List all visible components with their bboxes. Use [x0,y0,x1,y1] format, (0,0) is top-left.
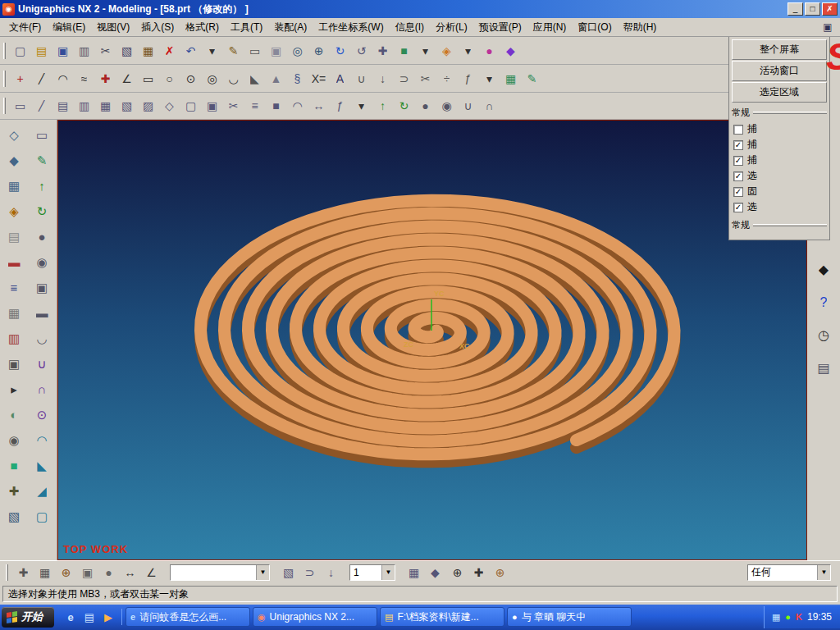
divide-curve-icon[interactable]: ÷ [436,69,457,89]
notes-icon[interactable]: ▤ [813,358,835,379]
sketch-tool-icon[interactable]: ✎ [30,148,53,173]
menu-window[interactable]: 窗口(O) [572,18,617,37]
n-sided-surface-icon[interactable]: ◇ [159,96,180,116]
start-button[interactable]: 开始 [2,607,54,628]
selected-region-button[interactable]: 选定区域 [732,82,827,103]
eraser-icon[interactable]: ▬ [2,249,25,275]
role-icon[interactable]: ◆ [425,563,445,582]
tools-icon[interactable]: ✚ [2,478,25,504]
paperclip-icon[interactable]: ⊃ [299,563,320,582]
display-shaded-icon[interactable]: ◆ [2,148,25,173]
graphics-window[interactable]: YC XC ZC TOP WORK [57,120,807,560]
curve-dropdown-arrow[interactable]: ▾ [479,69,500,89]
revolve-icon[interactable]: ↻ [394,96,414,116]
subtract-tool-icon[interactable]: ∩ [30,377,53,402]
sketch-icon[interactable]: ✎ [522,69,542,89]
line-icon[interactable]: ╱ [31,69,52,89]
checkbox[interactable]: ✓ [733,187,743,197]
grid-display-icon[interactable]: ▦ [2,300,25,326]
arc-bottom-icon[interactable]: ◡ [223,69,244,89]
clock[interactable]: 19:35 [807,611,832,623]
text-icon[interactable]: A [330,69,350,89]
display-mode-dropdown-arrow[interactable]: ▾ [415,41,436,61]
datum-plane-icon[interactable]: ▭ [10,96,30,116]
graduation-cap-icon[interactable]: ◆ [813,259,835,281]
menu-application[interactable]: 应用(N) [527,18,573,37]
kingsoft-tray-icon[interactable]: K [796,612,802,622]
pointer-icon[interactable]: ▸ [2,377,25,402]
library-icon[interactable]: ▥ [2,326,25,351]
menu-file[interactable]: 文件(F) [3,18,47,37]
copy-icon[interactable]: ▧ [116,41,137,61]
selection-scope-combo[interactable]: ▼ [170,564,270,581]
save-icon[interactable]: ▣ [52,41,73,61]
snap-view-icon[interactable]: ▣ [266,41,286,61]
task-browser[interactable]: e 请问蚊香是怎么画... [126,607,250,627]
hole-icon[interactable]: ● [415,96,436,116]
checkbox[interactable]: ✓ [733,171,743,181]
fit-view-icon[interactable]: ↻ [330,41,350,61]
visualize-icon[interactable]: ● [98,563,119,582]
through-curves-icon[interactable]: ▥ [74,96,94,116]
select-checkbox-1[interactable]: ✓ 选 [732,168,827,184]
work-layer-combo[interactable]: 1 ▼ [349,564,395,581]
active-window-button[interactable]: 活动窗口 [732,61,827,81]
edge-blend-icon[interactable]: ◠ [30,427,53,453]
display-wireframe-icon[interactable]: ◇ [2,122,25,148]
thicken-sheet-icon[interactable]: ■ [266,96,286,116]
wcs-display-icon[interactable]: ⊕ [56,563,76,582]
move-object-icon[interactable]: ↔ [120,563,140,582]
orient-view-dropdown-arrow[interactable]: ▾ [458,41,478,61]
paste-icon[interactable]: ▦ [138,41,158,61]
camera-icon[interactable]: ▣ [77,563,98,582]
trim-curve-icon[interactable]: ✂ [415,69,436,89]
help-book-icon[interactable]: ? [813,292,835,313]
studio-render-icon[interactable]: ◈ [2,199,25,224]
taper-tool-icon[interactable]: ◢ [30,478,53,504]
target-point-icon[interactable]: ⊕ [447,563,468,582]
angle-snap-icon[interactable]: ∠ [141,563,162,582]
menu-view[interactable]: 视图(V) [91,18,135,37]
palette-icon[interactable]: ◐ [2,402,25,427]
checkbox[interactable]: ✓ [733,203,743,212]
shaded-view-icon[interactable]: ■ [394,41,414,61]
shell-tool-icon[interactable]: ▢ [30,504,53,529]
instance-icon[interactable]: ▦ [500,69,521,89]
snap-checkbox-2[interactable]: ✓ 捕 [732,137,827,153]
new-file-icon[interactable]: ▢ [10,41,30,61]
chevron-down-icon[interactable]: ▼ [817,565,830,580]
chevron-down-icon[interactable]: ▼ [381,565,395,580]
bounded-plane-icon[interactable]: ▢ [180,96,201,116]
checkbox[interactable]: ✓ [733,140,743,150]
sew-surface-icon[interactable]: ≡ [244,96,265,116]
snap-point-icon[interactable]: ✚ [13,563,34,582]
datum-axis-icon[interactable]: ╱ [31,96,52,116]
close-button[interactable]: ✗ [822,2,838,16]
helix-icon[interactable]: § [287,69,308,89]
snap-checkbox-1[interactable]: 捕 [732,121,827,137]
unite-icon[interactable]: ∪ [458,96,478,116]
pad-tool-icon[interactable]: ▬ [30,300,53,326]
delete-icon[interactable]: ✗ [159,41,180,61]
task-chat[interactable]: ● 与 章晒 聊天中 [507,607,632,627]
circle-icon[interactable]: ○ [159,69,180,89]
menu-help[interactable]: 帮助(H) [618,18,663,37]
print-icon[interactable]: ▥ [74,41,94,61]
rectangle-select-icon[interactable]: ▭ [244,41,265,61]
intersect-tool-icon[interactable]: ⊙ [30,402,53,427]
sheet-grid-icon[interactable]: ▦ [404,563,424,582]
open-file-icon[interactable]: ▤ [31,41,52,61]
app-icon[interactable]: ◉ [2,3,15,16]
subtract-icon[interactable]: ∩ [479,96,500,116]
boss-tool-icon[interactable]: ◉ [30,249,53,275]
media-player-icon[interactable]: ▶ [100,609,116,625]
datum-plane-tool-icon[interactable]: ▭ [30,122,53,148]
ruled-surface-icon[interactable]: ▤ [52,96,73,116]
messenger-tray-icon[interactable]: ● [785,612,791,622]
blend-surface-icon[interactable]: ◠ [287,96,308,116]
wcs-target-icon[interactable]: ⊕ [490,563,510,582]
origin-cross-icon[interactable]: ✚ [468,563,489,582]
preferences-cube-icon[interactable]: ◆ [500,41,521,61]
pan-view-icon[interactable]: ✚ [372,41,393,61]
render-style-icon[interactable]: ● [479,41,500,61]
